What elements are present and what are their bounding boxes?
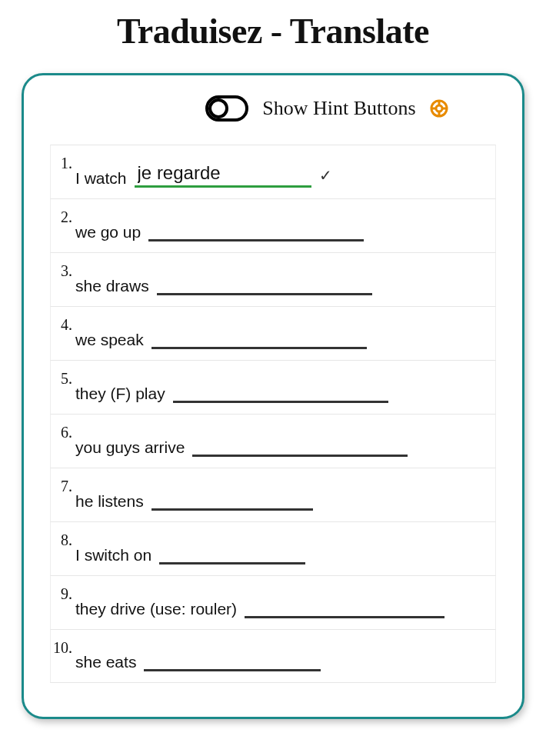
question-prompt: we go up bbox=[75, 223, 141, 241]
answer-wrap bbox=[192, 431, 408, 457]
question-list: 1.I watch✓2.we go up3.she draws4.we spea… bbox=[50, 145, 496, 683]
answer-wrap bbox=[245, 593, 444, 618]
page-title: Traduisez - Translate bbox=[0, 11, 546, 52]
question-prompt: I watch bbox=[75, 169, 127, 188]
question-number: 7. bbox=[51, 478, 72, 495]
answer-wrap bbox=[144, 646, 321, 671]
question-row: 3.she draws bbox=[50, 252, 496, 306]
help-icon[interactable] bbox=[430, 99, 448, 118]
question-prompt: she eats bbox=[75, 653, 136, 671]
question-number: 3. bbox=[51, 262, 72, 280]
answer-input[interactable] bbox=[135, 162, 311, 188]
answer-input[interactable] bbox=[192, 431, 408, 457]
answer-input[interactable] bbox=[144, 646, 321, 671]
answer-input[interactable] bbox=[157, 270, 372, 295]
hint-toggle-row: Show Hint Buttons bbox=[42, 95, 504, 122]
question-prompt: she draws bbox=[75, 277, 149, 295]
question-row: 4.we speak bbox=[50, 306, 496, 360]
answer-input[interactable] bbox=[159, 539, 305, 565]
svg-point-1 bbox=[436, 105, 442, 112]
answer-wrap bbox=[157, 270, 372, 295]
question-row: 10.she eats bbox=[50, 629, 496, 683]
answer-wrap bbox=[151, 324, 367, 349]
answer-wrap bbox=[151, 485, 313, 511]
question-number: 4. bbox=[51, 316, 72, 334]
answer-input[interactable] bbox=[148, 216, 364, 241]
question-prompt: I switch on bbox=[75, 546, 151, 565]
check-icon: ✓ bbox=[319, 166, 332, 188]
answer-wrap bbox=[148, 216, 364, 241]
question-row: 9.they drive (use: rouler) bbox=[50, 575, 496, 629]
question-number: 6. bbox=[51, 424, 72, 441]
question-row: 7.he listens bbox=[50, 468, 496, 521]
hint-toggle[interactable] bbox=[205, 95, 248, 122]
question-row: 6.you guys arrive bbox=[50, 414, 496, 468]
question-row: 2.we go up bbox=[50, 198, 496, 252]
question-number: 9. bbox=[51, 585, 72, 603]
answer-wrap bbox=[159, 539, 305, 565]
answer-input[interactable] bbox=[151, 324, 367, 349]
hint-toggle-label: Show Hint Buttons bbox=[262, 97, 415, 120]
question-row: 1.I watch✓ bbox=[50, 145, 496, 198]
question-number: 1. bbox=[51, 155, 72, 172]
question-prompt: you guys arrive bbox=[75, 438, 185, 457]
question-row: 8.I switch on bbox=[50, 521, 496, 575]
answer-wrap: ✓ bbox=[135, 162, 332, 188]
answer-input[interactable] bbox=[173, 378, 388, 403]
question-number: 8. bbox=[51, 531, 72, 549]
answer-input[interactable] bbox=[245, 593, 444, 618]
question-number: 2. bbox=[51, 208, 72, 226]
exercise-card: Show Hint Buttons 1.I watch✓2.we go up3.… bbox=[22, 73, 524, 719]
question-prompt: they drive (use: rouler) bbox=[75, 600, 237, 618]
question-row: 5.they (F) play bbox=[50, 360, 496, 414]
question-prompt: they (F) play bbox=[75, 385, 165, 403]
question-prompt: we speak bbox=[75, 331, 144, 349]
question-number: 5. bbox=[51, 370, 72, 388]
question-prompt: he listens bbox=[75, 492, 144, 511]
answer-wrap bbox=[173, 378, 388, 403]
answer-input[interactable] bbox=[151, 485, 313, 511]
question-number: 10. bbox=[51, 639, 72, 657]
